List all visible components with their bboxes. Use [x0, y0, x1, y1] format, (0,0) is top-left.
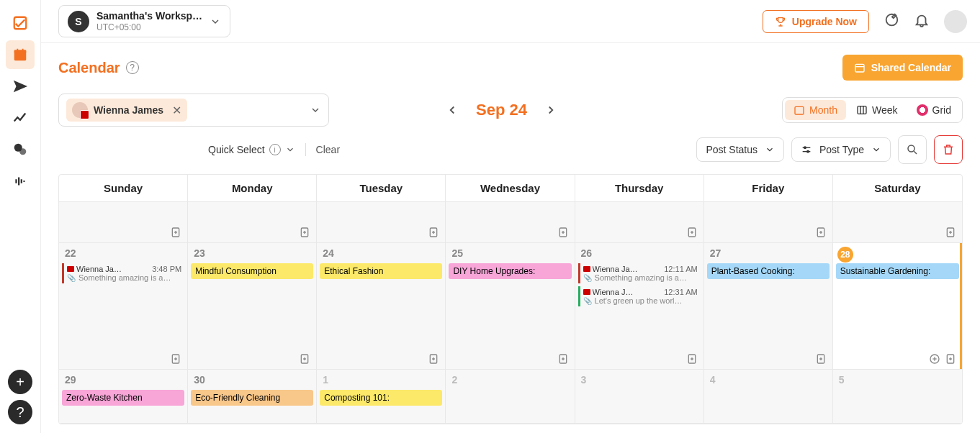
add-note-icon[interactable]: [686, 227, 698, 238]
view-grid[interactable]: Grid: [908, 100, 960, 120]
svg-rect-14: [858, 106, 866, 114]
event[interactable]: Eco-Friendly Cleaning: [191, 390, 313, 406]
user-avatar[interactable]: [944, 10, 967, 33]
chevron-down-icon: [765, 145, 775, 155]
add-note-icon[interactable]: [815, 353, 827, 365]
workspace-tz: UTC+05:00: [96, 22, 202, 32]
profile-selector[interactable]: Wienna James ✕: [58, 94, 329, 127]
add-note-icon[interactable]: [686, 353, 698, 365]
calendar-cell[interactable]: 30Eco-Friendly Cleaning: [188, 370, 317, 424]
event[interactable]: Zero-Waste Kitchen: [62, 390, 184, 406]
search-button[interactable]: [898, 135, 927, 164]
post-status-filter[interactable]: Post Status: [696, 137, 784, 162]
notes-icon[interactable]: [884, 12, 899, 31]
calendar-cell[interactable]: 27Plant-Based Cooking:: [704, 243, 833, 369]
calendar-cell-today[interactable]: 28 Sustainable Gardening:: [833, 243, 962, 369]
svg-rect-11: [855, 64, 864, 72]
help-button[interactable]: ?: [8, 400, 32, 424]
quick-select[interactable]: Quick Select i: [208, 144, 295, 155]
calendar-cell[interactable]: 4: [704, 370, 833, 424]
upgrade-label: Upgrade Now: [792, 16, 857, 27]
remove-profile-icon[interactable]: ✕: [172, 104, 181, 117]
today-indicator: [960, 243, 963, 368]
add-note-icon[interactable]: [170, 227, 181, 238]
view-month[interactable]: Month: [785, 100, 846, 120]
post-item[interactable]: Wienna Ja…12:11 AM📎Something amazing is …: [578, 263, 701, 283]
svg-line-22: [914, 151, 917, 154]
calendar-cell[interactable]: [575, 202, 704, 243]
calendar-cell[interactable]: 25DIY Home Upgrades:: [446, 243, 575, 369]
logo-icon[interactable]: [6, 9, 35, 37]
post-item[interactable]: Wienna J…12:31 AM📎Let's green up the wor…: [578, 286, 701, 306]
calendar-cell[interactable]: 3: [575, 370, 704, 424]
event[interactable]: Sustainable Gardening:: [836, 263, 959, 279]
calendar-cell[interactable]: 26 Wienna Ja…12:11 AM📎Something amazing …: [575, 243, 704, 369]
calendar-icon: [794, 104, 805, 116]
profile-avatar: [72, 102, 88, 118]
event[interactable]: Composting 101:: [320, 390, 442, 406]
calendar-grid: Sunday Monday Tuesday Wednesday Thursday…: [58, 174, 963, 424]
calendar-share-icon: [854, 62, 866, 73]
event[interactable]: Plant-Based Cooking:: [707, 263, 830, 279]
chat-nav-icon[interactable]: [6, 135, 35, 164]
send-nav-icon[interactable]: [6, 72, 35, 101]
info-icon[interactable]: i: [269, 144, 281, 155]
calendar-cell[interactable]: [446, 202, 575, 243]
calendar-cell[interactable]: 2: [446, 370, 575, 424]
content: Wienna James ✕ Sep 24 Month Week Grid Qu…: [41, 88, 980, 433]
bell-icon[interactable]: [914, 12, 930, 31]
day-header: Sunday: [59, 175, 188, 202]
calendar-cell[interactable]: [704, 202, 833, 243]
post-item[interactable]: Wienna Ja…3:48 PM 📎Something amazing is …: [62, 263, 184, 283]
calendar-cell[interactable]: 23Mindful Consumption: [188, 243, 317, 369]
shared-calendar-button[interactable]: Shared Calendar: [842, 55, 963, 81]
calendar-cell[interactable]: 29Zero-Waste Kitchen: [59, 370, 188, 424]
add-note-icon[interactable]: [557, 353, 569, 365]
upgrade-button[interactable]: Upgrade Now: [763, 10, 869, 33]
add-note-icon[interactable]: [299, 227, 310, 238]
view-toggle: Month Week Grid: [782, 97, 963, 123]
add-note-icon[interactable]: [170, 353, 181, 365]
help-icon[interactable]: ?: [126, 61, 139, 74]
clear-button[interactable]: Clear: [316, 144, 340, 155]
add-note-icon[interactable]: [815, 227, 827, 238]
calendar-cell[interactable]: [833, 202, 962, 243]
calendar-cell[interactable]: 24Ethical Fashion: [317, 243, 446, 369]
add-note-icon[interactable]: [557, 227, 569, 238]
add-button[interactable]: +: [8, 370, 32, 394]
view-week[interactable]: Week: [848, 100, 907, 120]
add-note-icon[interactable]: [428, 353, 439, 365]
calendar-cell[interactable]: [317, 202, 446, 243]
post-type-filter[interactable]: Post Type: [791, 137, 891, 162]
today-badge: 28: [837, 247, 853, 263]
add-note-icon[interactable]: [428, 227, 439, 238]
audio-nav-icon[interactable]: [6, 167, 35, 196]
delete-button[interactable]: [934, 135, 963, 164]
prev-month-icon[interactable]: [446, 104, 459, 117]
day-header: Tuesday: [317, 175, 446, 202]
trash-icon: [942, 143, 955, 156]
calendar-cell[interactable]: 22 Wienna Ja…3:48 PM 📎Something amazing …: [59, 243, 188, 369]
chevron-down-icon: [871, 145, 881, 155]
add-circle-icon[interactable]: [929, 353, 940, 365]
calendar-cell[interactable]: 5: [833, 370, 962, 424]
event[interactable]: Ethical Fashion: [320, 263, 442, 279]
event[interactable]: DIY Home Upgrades:: [449, 263, 571, 279]
month-label: Sep 24: [476, 101, 527, 119]
event[interactable]: Mindful Consumption: [191, 263, 313, 279]
add-note-icon[interactable]: [945, 353, 956, 365]
add-note-icon[interactable]: [945, 227, 956, 238]
workspace-selector[interactable]: S Samantha's Worksp… UTC+05:00: [58, 5, 230, 37]
shared-calendar-label: Shared Calendar: [871, 62, 951, 73]
calendar-cell[interactable]: [188, 202, 317, 243]
analytics-nav-icon[interactable]: [6, 104, 35, 132]
attachment-icon: 📎: [583, 297, 592, 305]
calendar-nav-icon[interactable]: [6, 40, 35, 69]
add-note-icon[interactable]: [299, 353, 310, 365]
calendar-cell[interactable]: [59, 202, 188, 243]
instagram-icon: [917, 104, 928, 116]
search-icon: [906, 143, 919, 156]
calendar-cell[interactable]: 1Composting 101:: [317, 370, 446, 424]
svg-rect-2: [14, 50, 27, 53]
next-month-icon[interactable]: [544, 104, 557, 117]
